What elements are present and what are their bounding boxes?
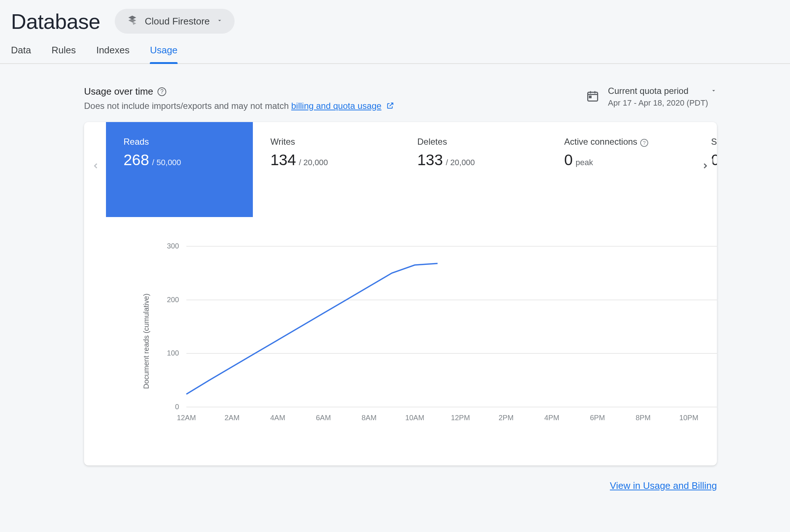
svg-text:4AM: 4AM (270, 414, 285, 422)
firestore-icon (126, 15, 138, 28)
svg-text:0: 0 (175, 403, 179, 411)
page-title: Database (11, 9, 100, 34)
tab-data[interactable]: Data (11, 45, 31, 63)
quota-period-selector[interactable]: Current quota period Apr 17 - Apr 18, 20… (608, 86, 717, 108)
period-label: Current quota period (608, 86, 688, 96)
metric-suffix: peak (576, 158, 593, 167)
calendar-icon (586, 90, 599, 104)
metric-card-deletes[interactable]: Deletes133/ 20,000 (400, 122, 547, 217)
metric-value: 133 (417, 151, 443, 169)
metric-quota: / 20,000 (299, 158, 328, 167)
tab-usage[interactable]: Usage (150, 45, 177, 63)
caret-down-icon (216, 17, 223, 25)
metric-label: Reads (124, 137, 235, 147)
svg-text:10PM: 10PM (679, 414, 698, 422)
metric-label: Writes (270, 137, 382, 147)
svg-text:8PM: 8PM (635, 414, 650, 422)
svg-text:4PM: 4PM (544, 414, 559, 422)
database-selector-label: Cloud Firestore (145, 16, 210, 27)
svg-rect-1 (589, 96, 591, 98)
metric-quota: / 20,000 (446, 158, 475, 167)
caret-down-icon (710, 86, 717, 96)
svg-text:8AM: 8AM (361, 414, 376, 422)
metric-value: 268 (124, 151, 149, 169)
usage-chart: 010020030012AM2AM4AM6AM8AM10AM12PM2PM4PM… (113, 239, 717, 429)
scroll-left-button[interactable] (88, 159, 103, 173)
metric-card-reads[interactable]: Reads268/ 50,000 (106, 122, 253, 217)
external-link-icon (386, 102, 394, 112)
svg-text:300: 300 (167, 242, 179, 250)
view-usage-billing-link[interactable]: View in Usage and Billing (610, 480, 717, 491)
metric-value: 134 (270, 151, 296, 169)
svg-text:6PM: 6PM (590, 414, 605, 422)
metric-label: Deletes (417, 137, 529, 147)
period-range: Apr 17 - Apr 18, 2020 (PDT) (608, 98, 717, 108)
metric-label: Snapshot listeners (711, 137, 717, 147)
scroll-right-button[interactable] (698, 159, 713, 173)
tab-indexes[interactable]: Indexes (96, 45, 129, 63)
chart-ylabel: Document reads (cumulative) (142, 293, 151, 389)
svg-text:12PM: 12PM (451, 414, 470, 422)
svg-text:2PM: 2PM (498, 414, 513, 422)
database-selector-chip[interactable]: Cloud Firestore (115, 9, 235, 34)
svg-text:12AM: 12AM (177, 414, 196, 422)
tabs-row: DataRulesIndexesUsage (0, 34, 790, 64)
tab-rules[interactable]: Rules (52, 45, 76, 63)
metric-quota: / 50,000 (152, 158, 181, 167)
usage-title: Usage over time (84, 86, 153, 97)
usage-subtitle: Does not include imports/exports and may… (84, 101, 394, 112)
usage-subtitle-text: Does not include imports/exports and may… (84, 101, 291, 111)
metric-card-writes[interactable]: Writes134/ 20,000 (253, 122, 400, 217)
metric-value: 0 (564, 151, 573, 169)
svg-text:10AM: 10AM (405, 414, 424, 422)
svg-text:2AM: 2AM (224, 414, 239, 422)
svg-text:6AM: 6AM (316, 414, 331, 422)
usage-card: Reads268/ 50,000Writes134/ 20,000Deletes… (84, 122, 717, 466)
help-icon[interactable]: ? (640, 139, 648, 147)
help-icon[interactable]: ? (157, 87, 166, 96)
metric-label: Active connections? (564, 137, 676, 147)
svg-text:100: 100 (167, 349, 179, 357)
billing-quota-link[interactable]: billing and quota usage (291, 101, 381, 111)
metric-card-active-connections[interactable]: Active connections?0peak (547, 122, 694, 217)
svg-text:200: 200 (167, 295, 179, 303)
